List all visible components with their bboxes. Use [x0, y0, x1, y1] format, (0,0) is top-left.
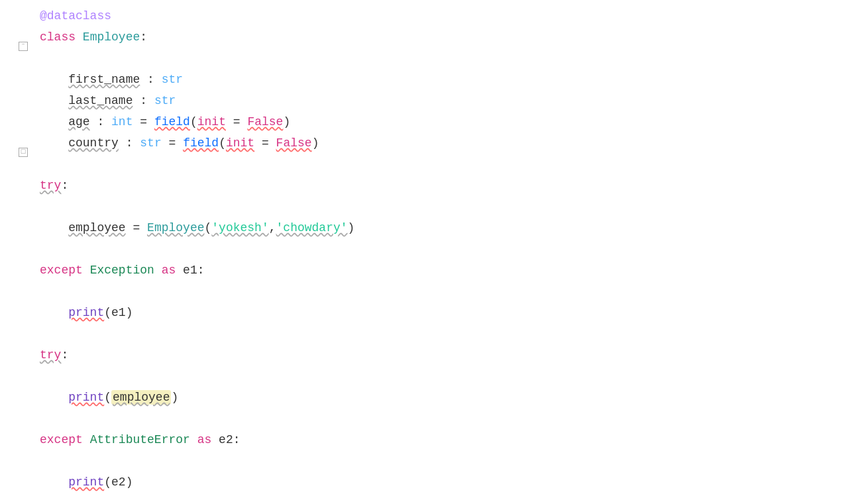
- line-content-14: [33, 282, 852, 301]
- arg-e2: e2: [111, 476, 126, 489]
- line-content-15: print(e1): [33, 303, 852, 323]
- type-str-3: str: [140, 136, 161, 150]
- code-line-3: [0, 49, 852, 70]
- kw-as-1: as: [162, 264, 176, 277]
- line-content-6: age : int = field(init = False): [33, 113, 852, 132]
- decorator: @dataclass: [40, 9, 111, 23]
- code-line-23: print(e2): [0, 473, 852, 494]
- line-content-5: last_name : str: [33, 91, 852, 111]
- arg-employee: employee: [111, 390, 171, 405]
- line-content-9: try:: [33, 176, 852, 195]
- kw-except-2: except: [40, 433, 83, 446]
- code-line-18: [0, 367, 852, 388]
- line-content-12: [33, 240, 852, 259]
- code-line-7: □ country : str = field(init = False): [0, 134, 852, 155]
- code-line-11: employee = Employee('yokesh','chowdary'): [0, 219, 852, 240]
- code-line-1: @dataclass: [0, 7, 852, 28]
- code-line-6: age : int = field(init = False): [0, 113, 852, 134]
- var-age: age: [68, 115, 89, 128]
- type-int: int: [111, 115, 133, 128]
- line-content-10: [33, 197, 852, 217]
- var-e2: e2: [219, 433, 233, 446]
- line-content-21: except AttributeError as e2:: [33, 430, 852, 450]
- str-chowdary: 'chowdary': [276, 221, 348, 234]
- line-content-8: [33, 155, 852, 174]
- code-line-8: [0, 155, 852, 176]
- line-content-19: print(employee): [33, 388, 852, 407]
- line-content-18: [33, 367, 852, 386]
- code-line-13: except Exception as e1:: [0, 261, 852, 282]
- line-content-2: class Employee:: [33, 28, 852, 47]
- line-content-7: country : str = field(init = False): [33, 134, 852, 153]
- arg-e1: e1: [111, 306, 126, 319]
- line-content-20: [33, 409, 852, 428]
- var-country: country: [68, 136, 119, 150]
- code-line-22: [0, 452, 852, 473]
- fn-print-3: print: [68, 476, 104, 489]
- var-employee: employee: [68, 221, 125, 234]
- var-lastname: last_name: [68, 94, 133, 107]
- var-firstname: first_name: [68, 73, 140, 86]
- line-content-17: try:: [33, 346, 852, 365]
- str-yokesh: 'yokesh': [211, 221, 268, 234]
- param-init-2: init: [226, 136, 254, 150]
- kw-try-2: try: [40, 348, 61, 362]
- classname: Employee: [83, 30, 140, 44]
- kw-as-2: as: [197, 433, 212, 446]
- call-employee: Employee: [147, 221, 204, 234]
- kw-class: class: [40, 30, 76, 44]
- fn-print-1: print: [68, 306, 104, 319]
- fn-print-2: print: [68, 391, 104, 404]
- code-line-15: print(e1): [0, 303, 852, 325]
- code-line-5: last_name : str: [0, 91, 852, 113]
- code-line-14: [0, 282, 852, 303]
- code-line-21: except AttributeError as e2:: [0, 430, 852, 452]
- line-content-16: [33, 325, 852, 344]
- line-content-1: @dataclass: [33, 7, 852, 26]
- line-content-11: employee = Employee('yokesh','chowdary'): [33, 219, 852, 238]
- type-str-2: str: [154, 94, 176, 107]
- code-line-19: print(employee): [0, 388, 852, 409]
- code-line-9: try:: [0, 176, 852, 197]
- param-init: init: [197, 115, 226, 128]
- line-content-3: [33, 49, 852, 68]
- kw-try-1: try: [40, 179, 61, 192]
- code-line-16: [0, 325, 852, 346]
- exc-exception: Exception: [90, 264, 154, 277]
- var-e1: e1: [183, 264, 197, 277]
- type-str: str: [162, 73, 183, 86]
- fn-field-2: field: [183, 136, 219, 150]
- code-line-20: [0, 409, 852, 430]
- line-content-4: first_name : str: [33, 70, 852, 89]
- line-content-13: except Exception as e1:: [33, 261, 852, 280]
- code-line-4: first_name : str: [0, 70, 852, 91]
- code-line-10: [0, 197, 852, 219]
- fn-field: field: [154, 115, 190, 128]
- kw-except-1: except: [40, 264, 83, 277]
- exc-attributeerror: AttributeError: [90, 433, 190, 446]
- code-line-2: ⁻ class Employee:: [0, 28, 852, 49]
- code-line-12: [0, 240, 852, 261]
- code-line-17: try:: [0, 346, 852, 367]
- line-content-22: [33, 452, 852, 471]
- code-editor: @dataclass ⁻ class Employee: first_name …: [0, 0, 852, 504]
- line-content-23: print(e2): [33, 473, 852, 492]
- val-false-2: False: [276, 136, 312, 150]
- colon: :: [140, 30, 147, 44]
- val-false: False: [247, 115, 283, 128]
